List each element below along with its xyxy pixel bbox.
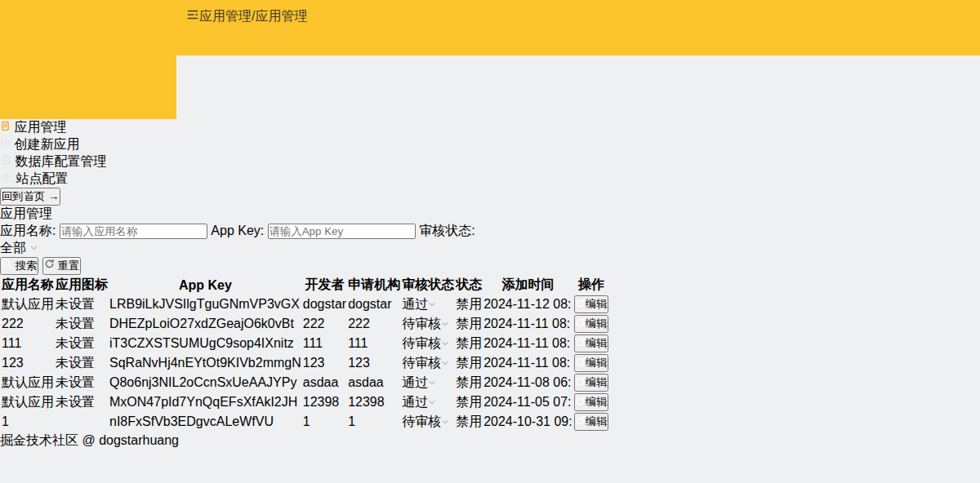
col-app-icon: 应用图标 [56,277,108,294]
audit-status-filter-select[interactable]: 全部 [0,240,980,257]
sidebar-item-label: 应用管理 [14,120,66,134]
filter-bar: 应用名称: App Key: 审核状态: 全部 搜索 重置 [0,223,980,275]
cell-added-time: 2024-11-12 08: [483,295,572,313]
cell-added-time: 2024-11-08 06: [483,374,572,392]
chevron-down-icon [441,339,449,348]
back-home-label: 回到首页 [2,190,45,202]
status-toggle[interactable]: 禁用 [456,374,482,392]
edit-icon [576,415,586,425]
edit-icon [576,337,586,347]
edit-icon [576,298,586,308]
back-home-button[interactable]: 回到首页 → [0,188,60,206]
breadcrumb: 应用管理 / 应用管理 [186,7,970,26]
audit-status-select[interactable]: 通过 [402,296,454,313]
cell-org: 111 [348,335,400,352]
app-table-card: 应用名称 应用图标 App Key 开发者 申请机构 审核状态 状态 添加时间 … [0,275,980,432]
edit-button[interactable]: 编辑 [574,354,609,372]
app-window: 应用管理 / 应用管理 Tt admin 首页 ● 应用管理 × [0,0,980,483]
app-name-label: 应用名称: [0,224,56,237]
cell-app-key: SqRaNvHj4nEYtOt9KIVb2mmgN [109,354,301,372]
table-row: 默认应用 未设置 LRB9iLkJVSIlgTguGNmVP3vGX dogst… [2,295,608,313]
status-toggle[interactable]: 禁用 [456,355,482,372]
cell-app-key: iT3CZXSTSUMUgC9sop4IXnitz [109,335,301,352]
breadcrumb-level1[interactable]: 应用管理 [199,8,252,25]
edit-icon [576,317,586,327]
cell-app-key: nI8FxSfVb3EDgvcALeWfVU [109,413,301,431]
cell-org: 222 [348,315,400,333]
col-actions: 操作 [574,277,609,294]
watermark: 掘金技术社区 @ dogstarhuang [0,432,980,450]
audit-status-select[interactable]: 待审核 [402,414,454,431]
cell-org: 123 [348,354,400,372]
table-row: 111 未设置 iT3CZXSTSUMUgC9sop4IXnitz 111 11… [2,335,608,352]
col-added-time[interactable]: 添加时间 [483,277,572,294]
cell-app-key: LRB9iLkJVSIlgTguGNmVP3vGX [109,295,301,313]
edit-button[interactable]: 编辑 [574,295,609,313]
arrow-right-icon: → [48,190,59,202]
status-toggle[interactable]: 禁用 [456,394,482,411]
edit-button[interactable]: 编辑 [574,393,609,411]
sidebar-item-label: 数据库配置管理 [15,154,106,168]
cell-developer: 111 [303,335,346,352]
cell-org: dogstar [348,295,400,313]
cell-developer: 1 [303,413,346,431]
cell-developer: 12398 [303,393,346,411]
status-toggle[interactable]: 禁用 [456,414,482,431]
app-table: 应用名称 应用图标 App Key 开发者 申请机构 审核状态 状态 添加时间 … [0,275,610,432]
chevron-down-icon [428,300,436,308]
cell-org: 1 [348,413,400,431]
edit-button[interactable]: 编辑 [574,315,609,333]
reset-button[interactable]: 重置 [42,257,81,275]
col-developer: 开发者 [303,277,346,294]
audit-status-select[interactable]: 待审核 [402,335,454,352]
edit-icon [576,376,586,386]
app-key-input[interactable] [268,224,416,239]
table-header-row: 应用名称 应用图标 App Key 开发者 申请机构 审核状态 状态 添加时间 … [2,277,608,294]
header-left-extension [0,55,176,119]
app-key-label: App Key: [211,224,264,237]
status-toggle[interactable]: 禁用 [456,296,482,313]
cell-added-time: 2024-11-05 07: [483,393,572,411]
cell-app-key: MxON47pId7YnQqEFsXfAkI2JH [109,393,301,411]
edit-button[interactable]: 编辑 [574,374,609,392]
col-app-name: 应用名称 [2,277,54,294]
app-name-input[interactable] [60,224,207,239]
cell-app-name: 111 [2,335,54,352]
chevron-down-icon [441,359,449,367]
cell-added-time: 2024-11-11 08: [483,315,572,333]
sidebar-item-site-config[interactable]: 站点配置 [0,171,980,188]
plus-circle-icon [0,137,14,151]
cell-developer: asdaa [303,374,346,392]
refresh-icon [44,259,55,269]
search-button[interactable]: 搜索 [0,257,38,275]
cell-app-name: 222 [2,315,54,333]
edit-button[interactable]: 编辑 [574,335,609,352]
sidebar-subitem-create-app[interactable]: 创建新应用 [0,136,980,153]
edit-icon [576,357,586,366]
col-status[interactable]: 状态 [456,277,482,294]
breadcrumb-level2: 应用管理 [255,8,307,25]
audit-status-select[interactable]: 待审核 [402,355,454,372]
search-icon [2,259,12,269]
cell-developer: 123 [303,354,346,372]
table-row: 222 未设置 DHEZpLoiO27xdZGeajO6k0vBt 222 22… [2,315,608,333]
sidebar-subitem-app-management[interactable]: 应用管理 [0,119,980,136]
sidebar-item-label: 站点配置 [16,171,68,185]
sidebar-item-database-config[interactable]: 数据库配置管理 [0,153,980,171]
table-row: 默认应用 未设置 MxON47pId7YnQqEFsXfAkI2JH 12398… [2,393,608,411]
cell-added-time: 2024-10-31 09: [483,413,572,431]
cell-app-name: 123 [2,354,54,372]
edit-button[interactable]: 编辑 [574,413,609,431]
audit-status-select[interactable]: 待审核 [402,316,454,333]
audit-status-select[interactable]: 通过 [402,374,454,392]
collapse-sidebar-icon[interactable] [186,8,199,24]
audit-status-select[interactable]: 通过 [402,394,454,411]
col-org: 申请机构 [348,277,400,294]
status-toggle[interactable]: 禁用 [456,335,482,352]
table-row: 1 nI8FxSfVb3EDgvcALeWfVU 1 1 待审核 禁用 2024… [2,413,608,431]
table-row: 123 未设置 SqRaNvHj4nEYtOt9KIVb2mmgN 123 12… [2,354,608,372]
col-audit-status[interactable]: 审核状态 [402,277,454,294]
gear-icon [0,171,16,185]
status-toggle[interactable]: 禁用 [456,316,482,333]
cell-app-icon: 未设置 [56,295,108,313]
